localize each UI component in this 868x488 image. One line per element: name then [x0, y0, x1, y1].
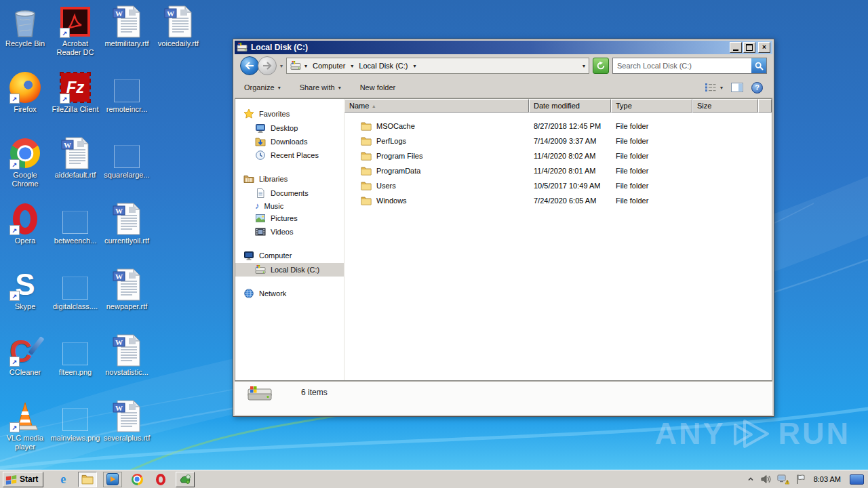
status-item-count: 6 items: [301, 388, 328, 397]
desktop-icon-label: Google Chrome: [0, 171, 50, 188]
word-doc-icon: W: [111, 400, 143, 432]
sidebar-item-music[interactable]: ♪Music: [235, 200, 344, 211]
opera-button[interactable]: [152, 472, 170, 487]
sidebar-item-pictures[interactable]: Pictures: [235, 211, 344, 225]
minimize-button[interactable]: [730, 42, 742, 53]
shortcut-arrow-icon: ↗: [60, 28, 70, 38]
close-button[interactable]: ×: [758, 42, 770, 53]
file-row-program-files[interactable]: Program Files11/4/2020 8:02 AMFile folde…: [344, 148, 772, 163]
file-row-perflogs[interactable]: PerfLogs7/14/2009 3:37 AMFile folder: [344, 134, 772, 148]
desktop-icon-newpaper-rtf[interactable]: Wnewpaper.rtf: [102, 268, 152, 311]
sidebar-item-local-disk-c[interactable]: Local Disk (C:): [235, 263, 344, 277]
column-header-type[interactable]: Type: [611, 99, 692, 113]
media-player-button[interactable]: [103, 472, 122, 487]
help-button[interactable]: ?: [751, 82, 763, 94]
windows-explorer-button[interactable]: [78, 472, 97, 487]
preview-pane-button[interactable]: [731, 83, 743, 92]
new-folder-button[interactable]: New folder: [360, 83, 396, 92]
column-header-date-modified[interactable]: Date modified: [529, 99, 611, 113]
desktop-icon-mainviews-png[interactable]: mainviews.png: [50, 400, 100, 443]
desktop-icon-vlc-media-player[interactable]: ↗VLC media player: [0, 400, 50, 451]
desktop-icon-voicedaily-rtf[interactable]: Wvoicedaily.rtf: [153, 5, 203, 48]
address-dropdown-icon[interactable]: ▾: [583, 63, 585, 69]
details-pane: 6 items: [235, 381, 772, 415]
filezilla-icon: Fz↗: [59, 71, 92, 104]
desktop-icon-aiddefault-rtf[interactable]: Waiddefault.rtf: [50, 137, 100, 180]
desktop-icon-acrobat-reader-dc[interactable]: ↗Acrobat Reader DC: [50, 5, 100, 57]
share-with-button[interactable]: Share with▾: [300, 83, 341, 92]
sidebar-item-videos[interactable]: Videos: [235, 225, 344, 239]
desktop-icon-flteen-png[interactable]: flteen.png: [50, 334, 100, 377]
network-warning-icon[interactable]: [777, 474, 789, 485]
back-button[interactable]: [240, 56, 259, 75]
desktop-icon-squarelarge[interactable]: squarelarge...: [102, 137, 152, 180]
taskbar-clock[interactable]: 8:03 AM: [811, 475, 844, 483]
media-player-icon: [106, 473, 119, 485]
desktop-icon-label: Acrobat Reader DC: [50, 39, 100, 57]
sidebar-section-favorites[interactable]: Favorites: [235, 107, 344, 121]
maximize-button[interactable]: [743, 42, 755, 53]
refresh-button[interactable]: [593, 58, 609, 74]
desktop-icon-remoteincr[interactable]: remoteincr...: [102, 71, 152, 114]
desktop-icon-firefox[interactable]: ↗Firefox: [0, 71, 50, 114]
breadcrumb-separator-icon[interactable]: ▾: [413, 63, 416, 69]
desktop-icon-google-chrome[interactable]: ↗Google Chrome: [0, 137, 50, 188]
desktop-icon-severalplus-rtf[interactable]: Wseveralplus.rtf: [102, 400, 152, 443]
desktop-icon-filezilla-client[interactable]: Fz↗FileZilla Client: [50, 71, 100, 114]
title-bar[interactable]: Local Disk (C:) ×: [235, 41, 772, 54]
sidebar-item-desktop[interactable]: Desktop: [235, 121, 344, 135]
sidebar-item-documents[interactable]: Documents: [235, 186, 344, 200]
sidebar-section-computer[interactable]: Computer: [235, 249, 344, 263]
desktop-icon-digitalclass[interactable]: digitalclass....: [50, 268, 100, 311]
views-button[interactable]: ▾: [705, 83, 723, 92]
desktop-icon-recycle-bin[interactable]: Recycle Bin: [0, 5, 50, 48]
breadcrumb-separator-icon[interactable]: ▾: [304, 63, 307, 69]
sidebar-item-recent-places[interactable]: Recent Places: [235, 148, 344, 162]
chrome-button[interactable]: [128, 472, 146, 487]
breadcrumb-item-local-disk-c[interactable]: Local Disk (C:): [357, 60, 410, 71]
display-tray-icon[interactable]: [850, 474, 864, 485]
desktop-icon-metmilitary-rtf[interactable]: Wmetmilitary.rtf: [102, 5, 152, 48]
breadcrumb-item-computer[interactable]: Computer: [311, 60, 347, 71]
volume-icon[interactable]: [760, 474, 771, 485]
forward-button[interactable]: [258, 56, 277, 75]
search-input[interactable]: [613, 62, 751, 70]
column-header-size[interactable]: Size: [692, 99, 758, 113]
sidebar-item-label: Pictures: [271, 214, 298, 222]
file-row-users[interactable]: Users10/5/2017 10:49 AMFile folder: [344, 178, 772, 193]
breadcrumb-separator-icon[interactable]: ▾: [351, 63, 353, 69]
history-dropdown-icon[interactable]: ▾: [280, 63, 283, 69]
search-icon[interactable]: [751, 58, 766, 73]
file-row-windows[interactable]: Windows7/24/2020 6:05 AMFile folder: [344, 193, 772, 208]
desktop-icon-betweench[interactable]: betweench...: [50, 203, 100, 245]
sidebar-section-libraries[interactable]: Libraries: [235, 172, 344, 186]
taskbar: Start e 8:03 AM: [0, 470, 868, 488]
desktop-icon-novstatistic[interactable]: Wnovstatistic...: [102, 334, 152, 377]
desktop-icon-label: flteen.png: [50, 368, 100, 377]
file-row-programdata[interactable]: ProgramData11/4/2020 8:01 AMFile folder: [344, 163, 772, 178]
file-row-msocache[interactable]: MSOCache8/27/2018 12:45 PMFile folder: [344, 119, 772, 134]
desktop-icon-label: Recycle Bin: [0, 39, 50, 48]
desktop-icon-currentlyoil-rtf[interactable]: Wcurrentlyoil.rtf: [102, 203, 152, 245]
folder-icon: [361, 181, 372, 190]
desktop-icon-opera[interactable]: ↗Opera: [0, 203, 50, 245]
sidebar-item-downloads[interactable]: Downloads: [235, 135, 344, 148]
svg-text:W: W: [115, 404, 123, 412]
date-modified-cell: 11/4/2020 8:02 AM: [529, 152, 611, 160]
desktop-icon-skype[interactable]: S↗Skype: [0, 268, 50, 311]
column-header-name[interactable]: Name▴: [344, 99, 529, 113]
sidebar-section-network[interactable]: Network: [235, 287, 344, 301]
internet-explorer-button[interactable]: e: [54, 472, 72, 487]
file-name: MSOCache: [376, 122, 415, 130]
action-center-flag-icon[interactable]: [795, 474, 805, 485]
organize-button[interactable]: Organize▾: [244, 83, 281, 92]
date-modified-cell: 10/5/2017 10:49 AM: [529, 182, 611, 190]
expand-chevron-icon[interactable]: [747, 476, 754, 483]
green-app-button[interactable]: [176, 472, 195, 487]
desktop-icon-ccleaner[interactable]: C↗CCleaner: [0, 334, 50, 377]
watermark-text-any: ANY: [654, 416, 725, 451]
breadcrumb[interactable]: ▾Computer▾Local Disk (C:)▾▾: [286, 58, 589, 74]
start-button[interactable]: Start: [3, 472, 43, 487]
column-header-label: Type: [616, 102, 632, 110]
film-strip-icon: [255, 226, 266, 237]
